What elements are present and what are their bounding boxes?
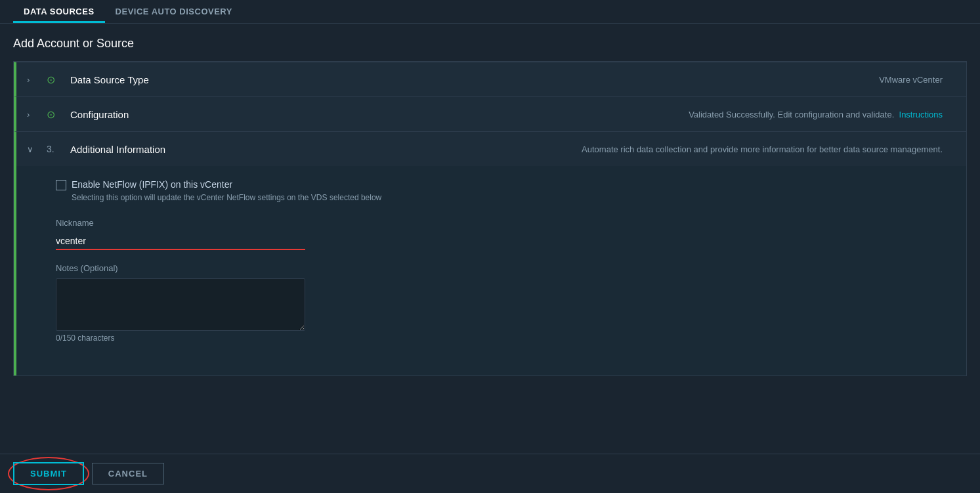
- top-navigation: DATA SOURCES DEVICE AUTO DISCOVERY: [0, 0, 980, 24]
- main-content: Add Account or Source › ⊙ Data Source Ty…: [0, 24, 980, 477]
- additional-information-body: Enable NetFlow (IPFIX) on this vCenter S…: [16, 166, 966, 375]
- nickname-input[interactable]: [56, 233, 305, 250]
- notes-label: Notes (Optional): [56, 263, 947, 273]
- accordion-wrapper: › ⊙ Data Source Type VMware vCenter › ⊙ …: [13, 61, 967, 376]
- section-data-source-type-header[interactable]: › ⊙ Data Source Type VMware vCenter: [16, 62, 966, 96]
- netflow-checkbox-container: Enable NetFlow (IPFIX) on this vCenter S…: [56, 179, 947, 202]
- cancel-button[interactable]: CANCEL: [92, 463, 164, 484]
- submit-button[interactable]: SUBMIT: [13, 462, 84, 485]
- value-configuration: Validated Successfully. Edit configurati…: [689, 110, 956, 119]
- tab-data-sources[interactable]: DATA SOURCES: [13, 0, 105, 23]
- notes-char-count: 0/150 characters: [56, 333, 947, 343]
- label-additional-information: Additional Information: [70, 144, 202, 155]
- toggle-icon-configuration: ›: [27, 110, 40, 119]
- section-configuration: › ⊙ Configuration Validated Successfully…: [14, 96, 966, 131]
- section-additional-information-header[interactable]: ∨ 3. Additional Information Automate ric…: [16, 132, 966, 166]
- nickname-group: Nickname: [56, 218, 947, 250]
- check-icon-data-source-type: ⊙: [47, 74, 60, 86]
- toggle-icon-data-source-type: ›: [27, 75, 40, 85]
- check-icon-configuration: ⊙: [47, 108, 60, 121]
- netflow-checkbox-sublabel: Selecting this option will update the vC…: [72, 193, 947, 202]
- value-additional-information: Automate rich data collection and provid…: [582, 144, 956, 154]
- notes-textarea[interactable]: [56, 278, 305, 331]
- number-additional-info: 3.: [47, 144, 60, 154]
- netflow-checkbox[interactable]: [56, 180, 66, 190]
- notes-group: Notes (Optional) 0/150 characters: [56, 263, 947, 343]
- submit-button-wrapper: SUBMIT: [13, 462, 84, 485]
- tab-device-auto-discovery[interactable]: DEVICE AUTO DISCOVERY: [105, 0, 243, 23]
- page-title: Add Account or Source: [13, 37, 967, 51]
- section-configuration-header[interactable]: › ⊙ Configuration Validated Successfully…: [16, 97, 966, 131]
- nickname-label: Nickname: [56, 218, 947, 228]
- bottom-bar: SUBMIT CANCEL: [0, 454, 980, 493]
- instructions-link[interactable]: Instructions: [899, 110, 943, 119]
- netflow-checkbox-row: Enable NetFlow (IPFIX) on this vCenter: [56, 179, 947, 190]
- section-data-source-type: › ⊙ Data Source Type VMware vCenter: [14, 62, 966, 96]
- netflow-checkbox-label: Enable NetFlow (IPFIX) on this vCenter: [72, 179, 232, 190]
- label-data-source-type: Data Source Type: [70, 74, 202, 85]
- label-configuration: Configuration: [70, 109, 202, 120]
- toggle-icon-additional-info: ∨: [27, 144, 40, 154]
- value-data-source-type: VMware vCenter: [879, 75, 956, 85]
- section-additional-information: ∨ 3. Additional Information Automate ric…: [14, 131, 966, 375]
